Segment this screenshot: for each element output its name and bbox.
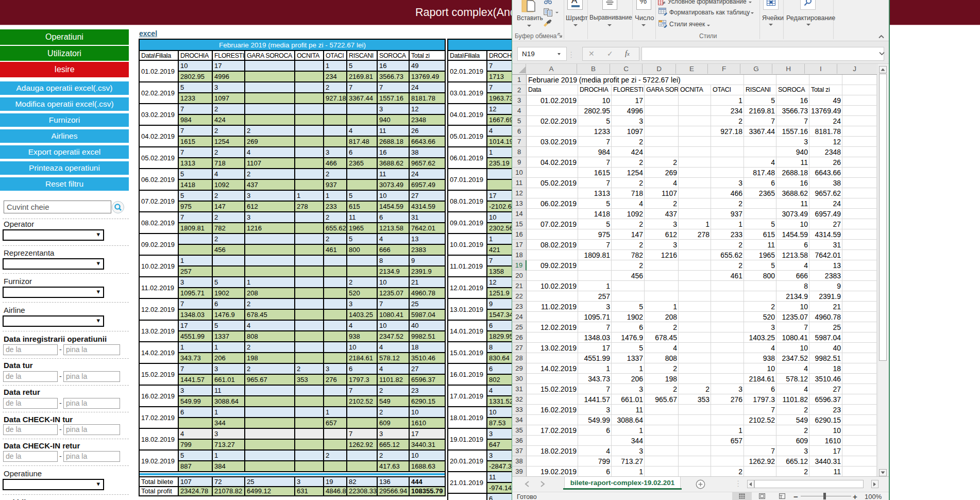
svg-text:≠: ≠	[663, 0, 666, 5]
